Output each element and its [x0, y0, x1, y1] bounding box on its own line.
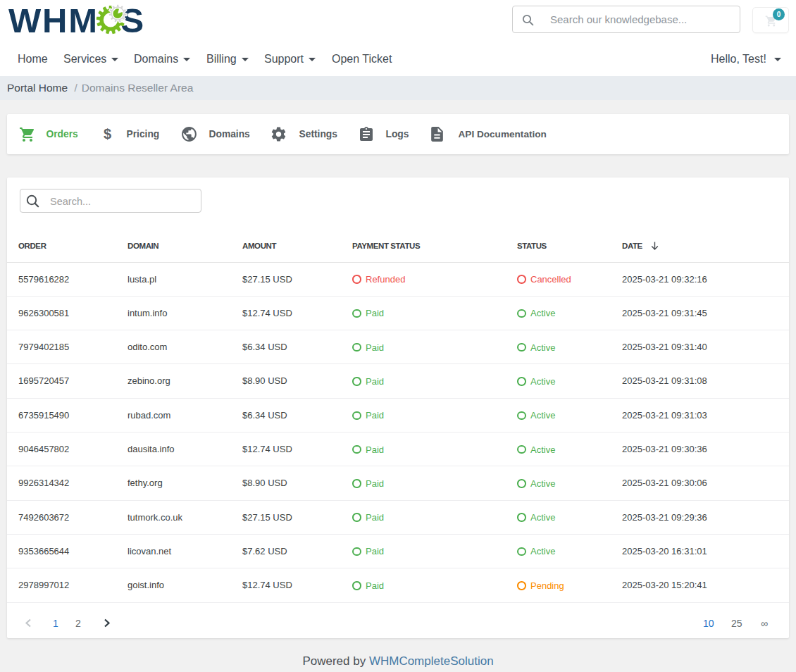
svg-text:WHM: WHM	[8, 1, 99, 39]
